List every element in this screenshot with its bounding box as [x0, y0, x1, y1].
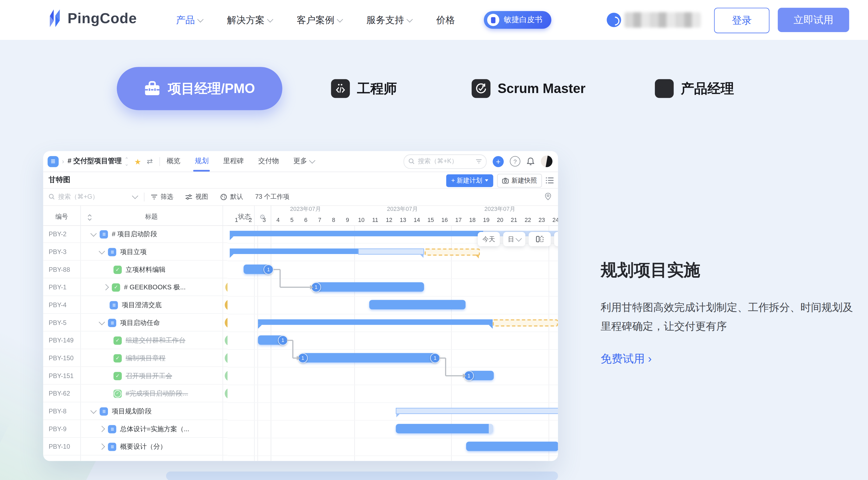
expand-chevron-icon[interactable] — [99, 248, 105, 254]
new-snapshot-button[interactable]: 新建快照 — [497, 173, 542, 187]
notification-bell-icon[interactable] — [527, 157, 535, 166]
app-tab[interactable]: 概览 — [167, 151, 181, 171]
gantt-task-bar[interactable]: 1 — [466, 371, 494, 380]
view-settings-button[interactable]: 视图 — [186, 193, 208, 201]
fullscreen-button[interactable] — [554, 232, 558, 246]
table-row[interactable]: PBY-9≣总体设计=实施方案（...打开 — [43, 420, 227, 438]
gantt-summary-bar[interactable] — [230, 248, 358, 254]
user-avatar[interactable] — [541, 156, 552, 167]
filter-button[interactable]: 筛选 — [151, 193, 173, 201]
gantt-chart[interactable]: 2023年07月2023年07月2023年07月1234567891011121… — [227, 205, 558, 461]
new-plan-button[interactable]: + 新建计划 — [446, 174, 493, 187]
table-row[interactable]: PBY-3≣项目立项打开 — [43, 243, 227, 261]
work-item-title[interactable]: 项目启动任命 — [120, 318, 160, 327]
brand[interactable]: PingCode — [46, 9, 137, 28]
work-item-title[interactable]: # 项目启动阶段 — [112, 229, 157, 239]
table-row[interactable]: PBY-1✓# GEEKBOOKS 极...产品... — [43, 278, 227, 296]
column-header-title[interactable]: 标题 — [81, 205, 222, 225]
table-row[interactable]: 打开 — [43, 455, 227, 461]
table-row[interactable]: PBY-149✓组建交付群和工作台已完成 — [43, 331, 227, 349]
work-item-title[interactable]: #完成项目启动阶段... — [126, 389, 188, 398]
global-search-input[interactable]: 搜索（⌘+K） — [404, 154, 487, 168]
work-item-title[interactable]: # GEEKBOOKS 极... — [124, 283, 186, 292]
create-button[interactable]: + — [493, 156, 504, 167]
table-row[interactable]: PBY-4≣项目澄清交底进行中 — [43, 296, 227, 314]
status-badge[interactable]: 已完成 — [225, 388, 228, 399]
gantt-task-bar[interactable]: 11 — [300, 353, 438, 362]
table-row[interactable]: PBY-62✓#完成项目启动阶段...已完成 — [43, 385, 227, 402]
work-item-title[interactable]: 项目规划阶段 — [112, 406, 152, 416]
app-tab[interactable]: 里程碑 — [223, 151, 244, 171]
persona-tab[interactable]: 产品经理 — [655, 67, 734, 110]
locate-icon[interactable] — [545, 193, 551, 200]
gantt-summary-bar[interactable] — [230, 231, 483, 236]
nav-item[interactable]: 价格 — [436, 13, 455, 26]
expand-chevron-icon[interactable] — [90, 230, 97, 236]
expand-chevron-icon[interactable] — [90, 407, 97, 413]
status-badge[interactable]: 进行中 — [225, 317, 228, 328]
gantt-search-input[interactable]: 搜索（⌘+G） — [49, 193, 137, 201]
nav-item[interactable]: 客户案例 — [297, 13, 342, 26]
dependency-count-badge[interactable]: 1 — [430, 353, 440, 363]
work-item-title[interactable]: 召开项目开工会 — [126, 371, 172, 381]
status-badge[interactable]: 产品... — [225, 282, 227, 293]
project-title[interactable]: # 交付型项目管理 — [67, 157, 122, 166]
status-badge[interactable]: 已完成 — [225, 370, 228, 381]
help-icon[interactable]: ? — [510, 156, 520, 167]
try-now-button[interactable]: 立即试用 — [778, 8, 849, 32]
tab-more[interactable]: 更多 — [293, 157, 314, 166]
app-tab[interactable]: 规划 — [195, 151, 209, 171]
table-row[interactable]: PBY-151✓召开项目开工会已完成 — [43, 367, 227, 385]
work-item-title[interactable]: 立项材料编辑 — [126, 265, 166, 274]
gantt-task-bar[interactable] — [369, 300, 466, 309]
gantt-summary-bar[interactable] — [396, 408, 558, 414]
dependency-count-badge[interactable]: 1 — [264, 264, 274, 274]
work-item-title[interactable]: 总体设计=实施方案（... — [120, 424, 189, 434]
status-badge[interactable]: 进行中 — [225, 299, 228, 310]
gantt-task-bar[interactable]: 1 — [258, 335, 286, 345]
view-list-icon[interactable] — [546, 177, 554, 184]
table-row[interactable]: PBY-10≣概要设计（分）打开 — [43, 438, 227, 455]
persona-tab[interactable]: 项目经理/PMO — [117, 67, 282, 110]
table-row[interactable]: PBY-2≣# 项目启动阶段打开 — [43, 225, 227, 243]
today-button[interactable]: 今天 — [478, 232, 500, 246]
nav-item[interactable]: 服务支持 — [367, 13, 412, 26]
status-badge[interactable]: 已完成 — [225, 335, 228, 346]
gantt-body[interactable]: 111111今天日 — [227, 225, 558, 461]
gantt-task-bar[interactable]: 1 — [244, 264, 271, 274]
compare-icon[interactable]: ⇄ — [147, 157, 153, 166]
work-item-title[interactable]: 概要设计（分） — [120, 442, 166, 451]
project-icon[interactable]: ≣ — [48, 156, 59, 167]
project-switch-icon[interactable]: ⌃⌃ — [125, 157, 129, 166]
gantt-task-bar[interactable] — [466, 442, 558, 451]
dependency-count-badge[interactable]: 1 — [278, 335, 288, 345]
nav-item[interactable]: 产品 — [176, 13, 203, 26]
expand-chevron-icon[interactable] — [99, 444, 105, 450]
gantt-summary-bar[interactable] — [358, 248, 424, 255]
persona-tab[interactable]: Scrum Master — [472, 67, 586, 110]
login-button[interactable]: 登录 — [714, 8, 769, 33]
table-row[interactable]: PBY-5≣项目启动任命进行中 — [43, 314, 227, 332]
whitepaper-badge[interactable]: 敏捷白皮书 — [484, 11, 551, 29]
work-item-title[interactable]: 项目立项 — [120, 247, 147, 256]
scale-select[interactable]: 日 — [503, 232, 525, 246]
status-badge[interactable]: 已完成 — [225, 352, 228, 363]
expand-chevron-icon[interactable] — [102, 284, 109, 290]
table-row[interactable]: PBY-150✓编制项目章程已完成 — [43, 349, 227, 367]
nav-item[interactable]: 解决方案 — [227, 13, 272, 26]
favorite-star-icon[interactable]: ★ — [134, 157, 141, 166]
gantt-summary-bar[interactable] — [258, 319, 493, 325]
table-row[interactable]: PBY-8≣项目规划阶段打开 — [43, 402, 227, 420]
expand-chevron-icon[interactable] — [99, 319, 105, 325]
work-item-title[interactable]: 项目澄清交底 — [122, 300, 162, 310]
gantt-task-bar[interactable] — [396, 424, 493, 434]
work-item-title[interactable]: 组建交付群和工作台 — [126, 336, 186, 345]
free-trial-link[interactable]: 免费试用 › — [601, 351, 652, 366]
gantt-planned-range[interactable] — [425, 248, 480, 256]
app-tab[interactable]: 交付物 — [258, 151, 279, 171]
work-item-title[interactable]: 编制项目章程 — [126, 353, 166, 363]
theme-button[interactable]: 默认 — [220, 193, 243, 201]
persona-tab[interactable]: 工程师 — [331, 67, 397, 110]
expand-chevron-icon[interactable] — [99, 426, 105, 432]
column-header-id[interactable]: 编号 — [43, 205, 81, 225]
